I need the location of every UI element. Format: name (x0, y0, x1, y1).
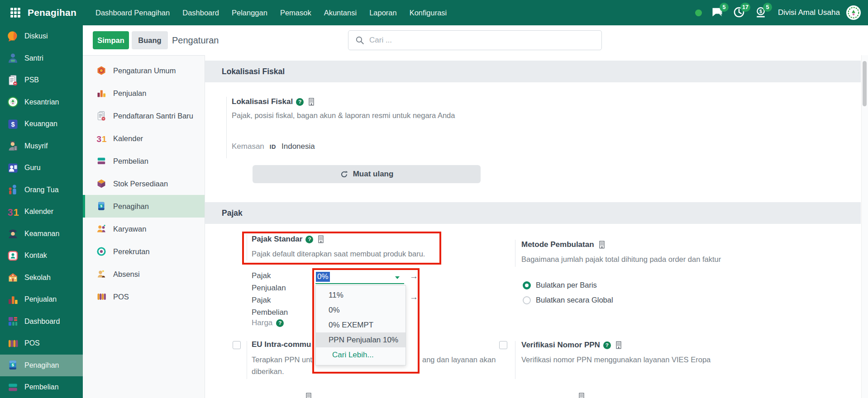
radio-round-per-line[interactable]: Bulatkan per Baris (523, 281, 597, 289)
sidebar-item-label: Dashboard (24, 317, 60, 326)
dropdown-option-0[interactable]: 0% (316, 303, 405, 317)
app-title[interactable]: Penagihan (28, 7, 76, 18)
sidebar-item-pos[interactable]: POS (0, 332, 83, 355)
menu-pelanggan[interactable]: Pelanggan (225, 0, 274, 25)
fiscal-localization-desc: Pajak, posisi fiskal, bagan akun & lapor… (232, 109, 478, 121)
discard-button[interactable]: Buang (132, 31, 168, 49)
help-icon[interactable]: ? (305, 236, 313, 243)
search-box[interactable] (348, 30, 602, 50)
sidebar-item-penjualan[interactable]: Penjualan (0, 289, 83, 311)
save-button[interactable]: Simpan (93, 31, 129, 49)
settings-nav-kalender[interactable]: Kalender (83, 127, 205, 150)
settings-nav-label: Pengaturan Umum (113, 66, 176, 75)
radio-unselected-icon[interactable] (523, 296, 531, 304)
sidebar-item-orang-tua[interactable]: Orang Tua (0, 179, 83, 201)
user-avatar[interactable] (846, 5, 861, 20)
settings-nav-stok-persediaan[interactable]: Stok Persediaan (83, 172, 205, 195)
sidebar-item-kalender[interactable]: Kalender (0, 201, 83, 223)
settings-nav-pembelian[interactable]: Pembelian (83, 150, 205, 172)
sidebar-item-keuangan[interactable]: Keuangan (0, 113, 83, 135)
country-name[interactable]: Indonesia (281, 142, 315, 151)
dropdown-search-more[interactable]: Cari Lebih... (316, 347, 405, 362)
scrollbar-track[interactable] (861, 55, 868, 398)
internal-link-arrow-icon[interactable]: → (410, 271, 418, 281)
company-menu[interactable]: Divisi Amal Usaha (778, 8, 840, 17)
mentor-icon (7, 140, 19, 152)
settings-nav: Pengaturan Umum Penjualan Pendaftaran Sa… (83, 55, 205, 398)
settings-nav-label: Penagihan (113, 202, 149, 211)
menu-pemasok[interactable]: Pemasok (274, 0, 318, 25)
settings-nav-pengaturan-umum[interactable]: Pengaturan Umum (83, 59, 205, 82)
sidebar-item-label: Pembelian (24, 383, 59, 391)
help-icon[interactable]: ? (276, 319, 284, 327)
avatar-logo-icon (846, 5, 861, 20)
menu-dashboard[interactable]: Dashboard (176, 0, 225, 25)
top-navbar: Penagihan Dashboard Penagihan Dashboard … (0, 0, 868, 25)
search-input[interactable] (369, 36, 601, 45)
settings-nav-label: Pendaftaran Santri Baru (113, 112, 193, 120)
eu-vat-desc-part1: Terapkan PPN unt (252, 354, 312, 365)
people-icon (96, 223, 107, 234)
divider (226, 97, 227, 158)
menu-akuntansi[interactable]: Akuntansi (318, 0, 363, 25)
rounding-desc: Bagaimana jumlah pajak total dihitung pa… (521, 253, 775, 265)
sidebar-item-kesantrian[interactable]: Kesantrian (0, 91, 83, 114)
menu-konfigurasi[interactable]: Konfigurasi (403, 0, 453, 25)
chat-orange-icon (7, 30, 19, 43)
sales-tax-combobox[interactable]: 0% (315, 271, 404, 284)
sidebar-item-musyrif[interactable]: Musyrif (0, 135, 83, 157)
section-header-label: Pajak (222, 208, 243, 218)
sidebar-item-psb[interactable]: PSB (0, 69, 83, 91)
price-label: Harga (252, 318, 272, 327)
sidebar-item-santri[interactable]: Santri (0, 47, 83, 70)
sidebar-item-kontak[interactable]: Kontak (0, 245, 83, 267)
document-badge-icon (96, 110, 107, 121)
radio-label: Bulatkan per Baris (536, 281, 597, 289)
internal-link-arrow-icon[interactable]: → (410, 292, 418, 302)
requests-button[interactable]: 5 (754, 6, 768, 19)
sidebar-item-label: PSB (24, 76, 39, 84)
sidebar-item-penagihan[interactable]: Penagihan (0, 355, 83, 377)
activities-button[interactable]: 17 (733, 6, 746, 19)
target-icon (96, 246, 107, 257)
contact-icon (7, 250, 19, 262)
sidebar-item-dashboard[interactable]: Dashboard (0, 311, 83, 333)
radio-selected-icon[interactable] (523, 281, 531, 289)
settings-nav-karyawan[interactable]: Karyawan (83, 218, 205, 240)
dropdown-option-11[interactable]: 11% (316, 288, 405, 303)
eu-vat-checkbox[interactable] (233, 341, 241, 349)
sidebar-item-pembelian[interactable]: Pembelian (0, 376, 83, 398)
sidebar-item-diskusi[interactable]: Diskusi (0, 25, 83, 47)
sidebar-item-sekolah[interactable]: Sekolah (0, 267, 83, 289)
dropdown-option-0-exempt[interactable]: 0% EXEMPT (316, 317, 405, 332)
menu-laporan[interactable]: Laporan (363, 0, 403, 25)
settings-nav-penjualan[interactable]: Penjualan (83, 82, 205, 104)
dropdown-option-ppn-penjualan-10[interactable]: PPN Penjualan 10% (316, 332, 405, 347)
settings-nav-perekrutan[interactable]: Perekrutan (83, 240, 205, 263)
combobox-value[interactable]: 0% (316, 272, 330, 282)
settings-nav-absensi[interactable]: Absensi (83, 263, 205, 285)
country-code: ID (270, 143, 276, 150)
layers-icon (7, 381, 19, 393)
reload-button[interactable]: Muat ulang (253, 165, 481, 183)
scrollbar-thumb[interactable] (863, 61, 867, 106)
settings-nav-pos[interactable]: POS (83, 285, 205, 308)
teacher-icon (7, 162, 19, 174)
sidebar-item-keamanan[interactable]: Keamanan (0, 223, 83, 245)
settings-nav-penagihan[interactable]: Penagihan (83, 195, 205, 218)
sidebar-item-label: Sekolah (24, 274, 51, 282)
company-building-icon (614, 340, 623, 350)
messages-button[interactable]: 5 (711, 6, 725, 19)
sidebar-item-guru[interactable]: Guru (0, 157, 83, 179)
rounding-label: Metode Pembulatan (521, 240, 594, 249)
menu-dashboard-penagihan[interactable]: Dashboard Penagihan (89, 0, 176, 25)
radio-label: Bulatkan secara Global (536, 296, 613, 304)
radio-round-globally[interactable]: Bulatkan secara Global (523, 296, 613, 304)
help-icon[interactable]: ? (296, 98, 304, 106)
apps-grid-icon[interactable] (10, 7, 21, 19)
chevron-down-icon[interactable] (395, 276, 400, 279)
help-icon[interactable]: ? (603, 341, 611, 349)
page-title: Pengaturan (172, 25, 219, 55)
vat-verify-checkbox[interactable] (499, 341, 507, 349)
settings-nav-pendaftaran-santri-baru[interactable]: Pendaftaran Santri Baru (83, 104, 205, 127)
